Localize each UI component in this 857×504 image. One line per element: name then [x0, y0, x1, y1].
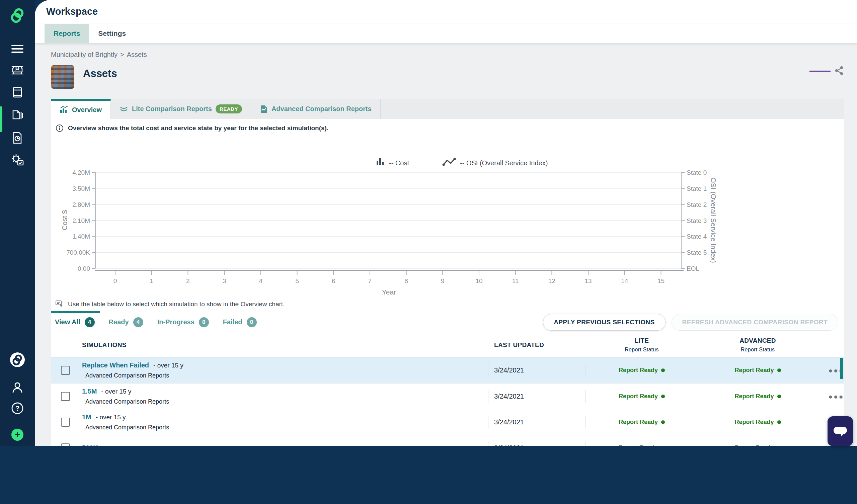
filter-failed[interactable]: Failed 0	[219, 311, 267, 333]
refresh-advanced-comparison-button[interactable]: REFRESH ADVANCED COMPARISON REPORT	[672, 314, 838, 331]
svg-text:State 0: State 0	[687, 169, 707, 176]
share-icon	[834, 66, 844, 75]
tab-settings[interactable]: Settings	[89, 24, 135, 43]
menu-icon[interactable]	[0, 43, 35, 55]
accent-line	[809, 71, 830, 72]
app-sidebar: ? +	[0, 0, 35, 446]
apply-previous-selections-button[interactable]: APPLY PREVIOUS SELECTIONS	[543, 314, 665, 331]
tab-lite-comparison-reports[interactable]: Lite Comparison Reports READY	[111, 99, 251, 119]
svg-text:OSI (Overall Service Index): OSI (Overall Service Index)	[710, 178, 718, 263]
share-button[interactable]	[834, 66, 844, 77]
col-header-lite: LITE Report Status	[586, 333, 698, 357]
advanced-status-cell: Report Ready	[698, 357, 818, 383]
tab-reports[interactable]: Reports	[45, 24, 89, 43]
status-dot	[661, 420, 665, 424]
filter-in-progress-label: In-Progress	[157, 318, 195, 326]
filter-in-progress-count: 0	[199, 317, 209, 327]
filter-failed-count: 0	[247, 317, 257, 327]
row-checkbox[interactable]	[61, 418, 70, 427]
svg-text:4.20M: 4.20M	[72, 169, 90, 176]
svg-text:Year: Year	[382, 288, 396, 296]
chart-note-text: Use the table below to select which simu…	[68, 301, 285, 308]
chat-launcher-button[interactable]	[827, 416, 853, 446]
row-menu-button[interactable]: ●●●	[828, 393, 844, 400]
sidebar-divider	[0, 373, 35, 373]
status-dot	[661, 394, 665, 398]
plus-icon: +	[11, 429, 23, 441]
filter-view-all[interactable]: View All 4	[51, 311, 105, 333]
brand-avatar[interactable]	[0, 352, 35, 368]
info-icon	[55, 124, 64, 132]
simulation-subtitle: Advanced Comparison Reports	[82, 424, 488, 431]
svg-text:14: 14	[621, 278, 628, 284]
breadcrumb-separator: >	[120, 51, 124, 58]
simulation-link[interactable]: 1.5M	[82, 388, 97, 395]
report-tab-bar: Overview Lite Comparison Reports READY A…	[51, 99, 844, 119]
table-scrollbar-thumb[interactable]	[840, 358, 843, 379]
status-dot	[777, 368, 781, 372]
svg-text:2.10M: 2.10M	[72, 217, 90, 224]
sidebar-item-library[interactable]	[0, 65, 35, 76]
table-row[interactable]: 1M- over 15 y Advanced Comparison Report…	[51, 409, 844, 435]
svg-text:8: 8	[404, 278, 408, 284]
user-person-icon	[11, 382, 23, 393]
workspace-header: Workspace	[35, 0, 857, 24]
svg-text:5: 5	[295, 278, 299, 284]
main-area: Workspace Reports Settings Municipality …	[35, 0, 857, 446]
table-row[interactable]: Replace When Failed- over 15 y Advanced …	[51, 357, 844, 383]
help-icon[interactable]: ?	[0, 402, 35, 415]
workspace-tabstrip: Reports Settings	[35, 24, 857, 43]
svg-text:-- Cost: -- Cost	[389, 159, 409, 167]
last-updated-cell: 3/24/2021	[488, 357, 586, 383]
table-row[interactable]: 1.5M- over 15 y Advanced Comparison Repo…	[51, 383, 844, 409]
row-checkbox[interactable]	[61, 366, 70, 375]
status-dot	[777, 394, 781, 398]
filter-row: View All 4 Ready 4 In-Progress 0 Failed …	[51, 311, 844, 333]
tab-overview-label: Overview	[72, 106, 102, 114]
svg-text:3.50M: 3.50M	[72, 185, 90, 192]
simulation-subtitle: Advanced Comparison Reports	[82, 398, 488, 405]
reports-card: Overview Lite Comparison Reports READY A…	[51, 99, 844, 460]
svg-text:1: 1	[150, 278, 153, 284]
tab-bar-filler	[381, 99, 844, 119]
brightly-logo-icon	[10, 8, 25, 23]
svg-text:4: 4	[259, 278, 263, 284]
row-checkbox[interactable]	[61, 392, 70, 401]
svg-text:Cost $: Cost $	[61, 210, 68, 230]
brightly-logo[interactable]	[0, 8, 35, 23]
sidebar-item-automation[interactable]	[0, 153, 35, 167]
status-dot	[661, 368, 665, 372]
book-icon	[12, 86, 23, 98]
user-icon[interactable]	[0, 382, 35, 393]
simulation-subtitle: Advanced Comparison Reports	[82, 372, 488, 379]
filter-in-progress[interactable]: In-Progress 0	[153, 311, 219, 333]
sidebar-item-book[interactable]	[0, 86, 35, 98]
document-wave-icon	[260, 105, 268, 114]
footer-band	[0, 446, 857, 504]
simulation-link[interactable]: Replace When Failed	[82, 362, 149, 369]
sidebar-item-report[interactable]	[0, 132, 35, 144]
brand-avatar-icon	[10, 352, 25, 368]
svg-text:9: 9	[441, 278, 444, 284]
svg-text:11: 11	[512, 278, 519, 284]
add-button[interactable]: +	[0, 429, 35, 441]
breadcrumb-parent[interactable]: Municipality of Brightly	[51, 51, 118, 58]
col-header-simulations: SIMULATIONS	[81, 341, 488, 349]
col-header-advanced: ADVANCED Report Status	[698, 333, 818, 357]
tab-overview[interactable]: Overview	[51, 99, 111, 119]
question-circle-icon: ?	[11, 402, 24, 415]
svg-text:-- OSI (Overall Service Index): -- OSI (Overall Service Index)	[460, 159, 548, 167]
svg-text:10: 10	[475, 278, 482, 284]
filter-ready[interactable]: Ready 4	[105, 311, 153, 333]
simulation-suffix: - over 15 y	[96, 414, 126, 421]
advanced-status-cell: Report Ready	[698, 384, 818, 409]
svg-text:6: 6	[332, 278, 335, 284]
sidebar-item-documents[interactable]	[0, 110, 35, 121]
tab-advanced-comparison-reports[interactable]: Advanced Comparison Reports	[251, 99, 381, 119]
svg-text:2: 2	[186, 278, 190, 284]
svg-text:7: 7	[368, 278, 372, 284]
simulation-suffix: - over 15 y	[101, 388, 131, 395]
svg-text:2.80M: 2.80M	[72, 201, 90, 208]
info-banner: Overview shows the total cost and servic…	[51, 119, 844, 137]
simulation-link[interactable]: 1M	[82, 413, 91, 421]
